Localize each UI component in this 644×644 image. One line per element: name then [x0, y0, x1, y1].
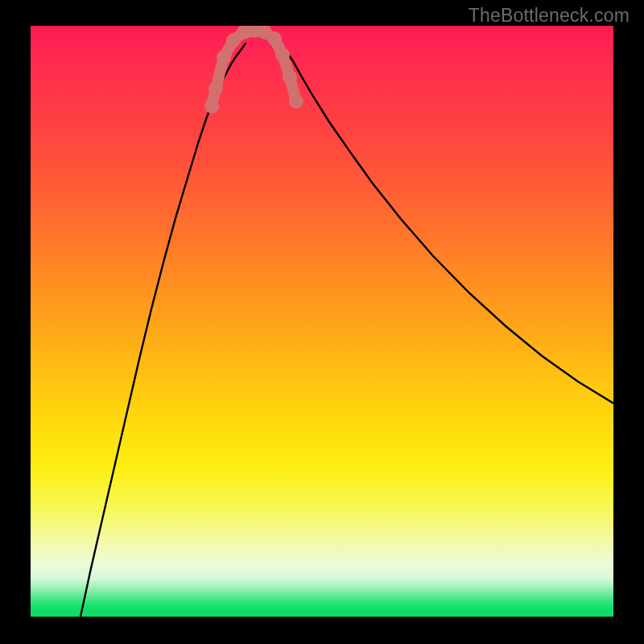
trough-marker-dot: [275, 47, 290, 62]
right-curve: [280, 43, 613, 403]
trough-marker-dot: [283, 70, 297, 85]
trough-connector: [212, 31, 296, 106]
chart-frame: TheBottleneck.com: [0, 0, 644, 644]
trough-marker-dot: [217, 50, 231, 64]
trough-marker-dot: [289, 94, 303, 109]
trough-markers: [204, 26, 303, 114]
trough-marker-dot: [208, 81, 223, 96]
left-curve: [80, 43, 246, 617]
watermark-text: TheBottleneck.com: [469, 5, 630, 27]
trough-marker-dot: [267, 31, 282, 46]
trough-marker-dot: [204, 99, 219, 114]
curve-layer: [31, 26, 613, 617]
plot-area: [31, 26, 613, 617]
